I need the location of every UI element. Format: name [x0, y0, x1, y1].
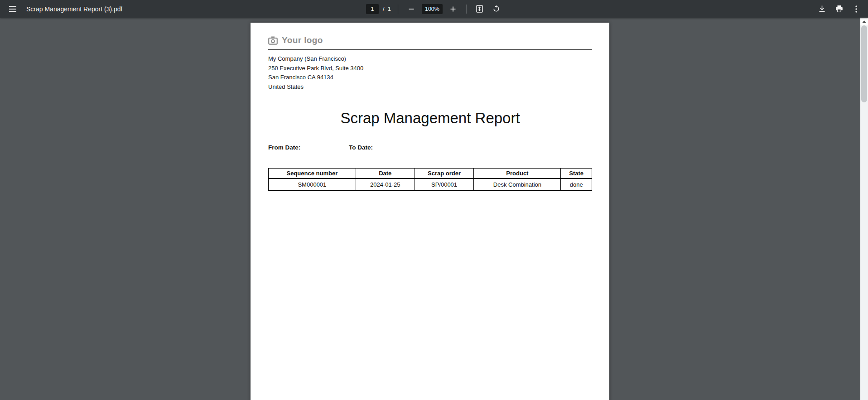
header-scrap-order: Scrap order: [415, 169, 474, 179]
logo-placeholder-text: Your logo: [282, 35, 323, 45]
zoom-in-icon: [450, 6, 456, 12]
company-address-block: My Company (San Francisco) 250 Executive…: [268, 54, 592, 92]
page-divider: /: [383, 5, 385, 12]
scroll-up-button[interactable]: [860, 18, 868, 25]
cell-sequence-number: SM000001: [269, 178, 356, 191]
scrollbar-thumb[interactable]: [861, 25, 867, 102]
download-button[interactable]: [815, 3, 828, 15]
page-count: / 1: [383, 5, 391, 12]
header-state: State: [561, 169, 592, 179]
kebab-menu-icon: [855, 5, 857, 13]
pdf-page: Your logo My Company (San Francisco) 250…: [251, 23, 609, 400]
menu-button[interactable]: [6, 3, 19, 15]
pdf-toolbar: Scrap Management Report (3).pdf / 1 100%: [0, 0, 868, 18]
table-header-row: Sequence number Date Scrap order Product…: [269, 169, 592, 179]
company-street: 250 Executive Park Blvd, Suite 3400: [268, 64, 592, 73]
header-date: Date: [356, 169, 415, 179]
page-total: 1: [388, 5, 391, 12]
company-city: San Francisco CA 94134: [268, 73, 592, 82]
rotate-counterclockwise-icon: [492, 5, 500, 13]
page-content: Your logo My Company (San Francisco) 250…: [251, 23, 609, 191]
company-country: United States: [268, 82, 592, 92]
rotate-button[interactable]: [490, 3, 503, 15]
fit-page-button[interactable]: [473, 3, 486, 15]
camera-icon: [268, 36, 278, 45]
cell-scrap-order: SP/00001: [415, 178, 474, 191]
report-title: Scrap Management Report: [268, 110, 592, 127]
header-divider: [268, 49, 592, 50]
header-sequence-number: Sequence number: [269, 169, 356, 179]
header-product: Product: [474, 169, 561, 179]
toolbar-left: Scrap Management Report (3).pdf: [6, 3, 366, 15]
company-name: My Company (San Francisco): [268, 54, 592, 64]
more-options-button[interactable]: [850, 3, 863, 15]
date-filters: From Date: To Date:: [268, 144, 592, 152]
to-date-label: To Date:: [349, 144, 373, 151]
fit-page-icon: [476, 5, 483, 13]
hamburger-menu-icon: [9, 6, 17, 12]
scroll-up-arrow-icon: [862, 20, 866, 23]
company-logo: Your logo: [268, 35, 592, 45]
cell-product: Desk Combination: [474, 178, 561, 191]
print-button[interactable]: [833, 3, 845, 15]
page-number-input[interactable]: [366, 4, 379, 14]
toolbar-center: / 1 100%: [366, 3, 503, 15]
zoom-in-button[interactable]: [447, 3, 459, 15]
from-date-label: From Date:: [268, 144, 300, 151]
zoom-out-icon: [408, 6, 415, 12]
vertical-scrollbar[interactable]: [860, 18, 868, 400]
print-icon: [835, 5, 843, 13]
document-filename: Scrap Management Report (3).pdf: [26, 5, 122, 13]
cell-state: done: [561, 178, 592, 191]
toolbar-separator: [466, 5, 467, 14]
zoom-level: 100%: [422, 4, 443, 14]
scrap-report-table: Sequence number Date Scrap order Product…: [268, 168, 592, 191]
table-row: SM000001 2024-01-25 SP/00001 Desk Combin…: [269, 178, 592, 191]
download-icon: [818, 5, 826, 13]
toolbar-separator: [398, 5, 398, 14]
zoom-out-button[interactable]: [405, 3, 418, 15]
cell-date: 2024-01-25: [356, 178, 415, 191]
toolbar-right: [503, 3, 863, 15]
